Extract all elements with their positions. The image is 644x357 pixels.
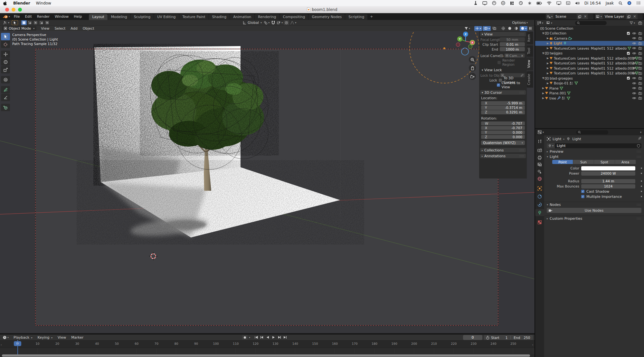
timeline-menu-marker[interactable]: Marker <box>69 335 86 340</box>
pin-icon[interactable] <box>638 137 641 141</box>
hide-eye-toggle[interactable] <box>632 37 636 40</box>
tool-annotate-button[interactable] <box>1 86 10 93</box>
timeline-scrollbar[interactable] <box>2 354 530 357</box>
expand-arrow-icon[interactable]: ▶ <box>546 47 549 50</box>
outliner-filter-icon[interactable]: ▾ <box>629 21 636 25</box>
animate-dot[interactable] <box>641 168 642 169</box>
outliner-display-mode-icon[interactable]: ▾ <box>545 21 553 25</box>
hide-eye-toggle[interactable] <box>632 72 636 75</box>
breadcrumb-object-name[interactable]: Light <box>553 137 561 141</box>
animate-dot[interactable] <box>641 180 642 182</box>
menubar-user-name[interactable]: Jaak <box>606 1 614 5</box>
color-swatch[interactable] <box>581 166 635 170</box>
outliner-search-input[interactable] <box>575 21 607 25</box>
status-snowflake-icon[interactable] <box>528 1 532 5</box>
workspace-tool-icon[interactable]: ▾ <box>2 20 10 25</box>
disable-render-toggle[interactable] <box>638 77 642 80</box>
outliner-editor-type-icon[interactable]: ▾ <box>536 21 544 25</box>
gizmo-y-neg-axis[interactable] <box>468 44 472 49</box>
view-layer-copy-icon[interactable] <box>626 14 632 19</box>
select-mode-set-button[interactable] <box>21 20 27 25</box>
timeline-menu-keying[interactable]: Keying ▾ <box>35 335 55 340</box>
prev-keyframe-button[interactable] <box>259 335 265 340</box>
hide-eye-toggle[interactable] <box>632 92 636 95</box>
jump-to-start-button[interactable] <box>253 335 259 340</box>
menu-window-macos[interactable]: Window <box>36 1 51 5</box>
max-bounces-field[interactable]: 1024 <box>581 184 635 188</box>
add-workspace-button[interactable]: + <box>368 14 375 19</box>
view-layer-remove-icon[interactable]: ✕ <box>632 14 637 19</box>
status-creative-cloud-icon[interactable] <box>492 1 496 5</box>
expand-arrow-icon[interactable]: ▶ <box>546 57 549 60</box>
outliner-row-light[interactable]: ▶Light <box>535 41 644 46</box>
expand-arrow-icon[interactable]: ▶ <box>546 67 549 70</box>
animate-dot[interactable] <box>641 173 642 174</box>
timeline-menu-view[interactable]: View <box>55 335 69 340</box>
outliner-row-texturescom-leaves-maple01-512-albedo[interactable]: ▶TexturesCom_Leaves_Maple01_512_albedo <box>535 46 644 51</box>
zoom-view-button[interactable] <box>469 56 476 63</box>
local-camera-field[interactable]: Cam... ✕ <box>504 53 525 58</box>
light-type-area-button[interactable]: Area <box>615 160 636 164</box>
properties-tab-render[interactable] <box>535 147 544 154</box>
timeline-channel-area[interactable] <box>0 348 535 354</box>
current-frame-field[interactable]: 0 <box>463 335 482 340</box>
n-panel-tab-tool[interactable]: Tool <box>527 45 533 57</box>
multiple-importance-checkbox[interactable]: ✓ <box>581 195 584 198</box>
viewport-menu-add[interactable]: Add <box>68 26 80 31</box>
menu-blender[interactable]: Blender <box>13 1 30 5</box>
hide-eye-toggle[interactable] <box>632 87 636 90</box>
hide-eye-toggle[interactable] <box>632 77 636 80</box>
siri-icon[interactable] <box>627 1 631 5</box>
disable-render-toggle[interactable] <box>638 97 642 100</box>
panel-preview-header[interactable]: ▸Preview:::: <box>544 149 644 154</box>
tool-scale-button[interactable] <box>1 66 10 73</box>
status-screen-mirroring-icon[interactable] <box>556 1 561 5</box>
outliner-row-texturescom-leaves-maple01-512-albedo-003[interactable]: ▶TexturesCom_Leaves_Maple01_512_albedo.0… <box>535 66 644 71</box>
outliner-row-bosje-01[interactable]: ▶Bosje-01 <box>535 81 644 86</box>
workspace-tab-layout[interactable]: Layout <box>89 14 107 20</box>
show-gizmo-toggle[interactable]: ▾ <box>474 26 482 31</box>
jump-to-end-button[interactable] <box>282 335 288 340</box>
minimize-window-button[interactable] <box>12 8 15 12</box>
tool-move-button[interactable] <box>1 51 10 58</box>
stopwatch-icon[interactable] <box>486 336 489 340</box>
light-name-field[interactable]: Light <box>555 143 636 148</box>
shading-wireframe-button[interactable] <box>500 26 506 31</box>
expand-arrow-icon[interactable]: ▼ <box>542 77 545 80</box>
navigation-gizmo[interactable]: Z Y X <box>455 31 476 52</box>
properties-tab-tool[interactable] <box>535 138 544 145</box>
properties-tab-output[interactable] <box>535 154 544 161</box>
hide-eye-toggle[interactable] <box>632 47 636 50</box>
menu-help[interactable]: Help <box>71 14 84 19</box>
spotlight-search-icon[interactable] <box>619 1 622 5</box>
n-panel-tab-item[interactable]: Item <box>527 32 533 44</box>
render-region-checkbox[interactable] <box>497 61 501 64</box>
close-window-button[interactable] <box>5 8 9 12</box>
light-type-point-button[interactable]: Point <box>552 160 573 164</box>
mode-dropdown[interactable]: Object Mode▾ <box>2 26 36 31</box>
properties-search-input[interactable] <box>576 130 608 134</box>
expand-arrow-icon[interactable]: ▶ <box>546 72 549 75</box>
proportional-falloff-icon[interactable]: ▾ <box>289 20 297 25</box>
status-battery-icon[interactable] <box>536 2 542 5</box>
panel-custom-properties-header[interactable]: ▸Custom Properties:::: <box>544 216 644 221</box>
collection-checkbox[interactable] <box>627 52 630 55</box>
expand-arrow-icon[interactable]: ▶ <box>546 37 549 40</box>
disable-render-toggle[interactable] <box>638 42 642 45</box>
disable-render-toggle[interactable] <box>638 47 642 50</box>
blender-logo-icon[interactable]: ▾ <box>3 15 10 19</box>
expand-arrow-icon[interactable]: ▶ <box>546 62 549 65</box>
outliner-row-scene-collection[interactable]: Scene Collection <box>535 26 644 31</box>
properties-tab-world[interactable] <box>535 175 544 182</box>
cast-shadow-checkbox[interactable]: ✓ <box>581 190 584 193</box>
camera-view-button[interactable] <box>469 73 476 80</box>
fake-user-shield-icon[interactable] <box>636 143 641 148</box>
local-camera-checkbox[interactable] <box>500 54 503 57</box>
animate-dot[interactable] <box>641 196 642 197</box>
properties-tab-physics[interactable] <box>535 193 544 200</box>
transform-orientation-dropdown[interactable]: Global▾ <box>242 20 263 25</box>
tool-measure-button[interactable] <box>1 94 10 101</box>
scene-unlink-icon[interactable]: ✕ <box>582 14 588 19</box>
hide-eye-toggle[interactable] <box>632 32 636 35</box>
menubar-clock[interactable]: Di 16:54 <box>584 1 601 5</box>
